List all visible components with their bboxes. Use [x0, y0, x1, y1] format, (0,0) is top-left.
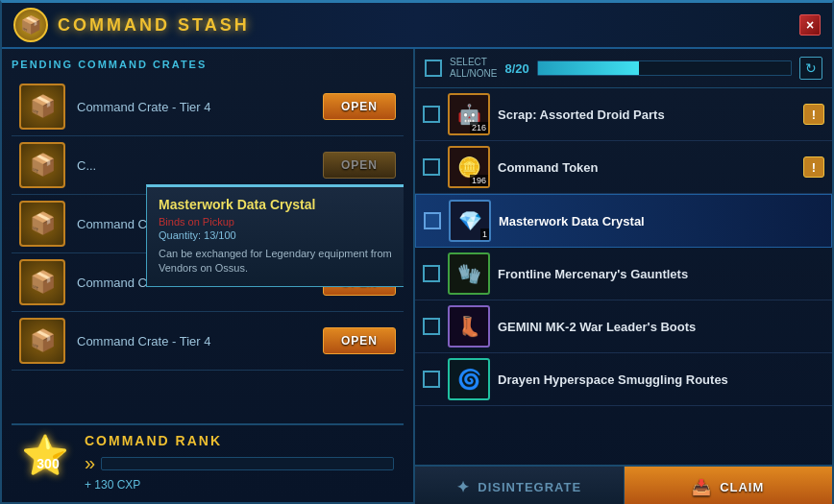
open-button[interactable]: OPEN: [323, 93, 396, 120]
select-all-label: SELECTALL/NONE: [450, 57, 497, 80]
item-name: Command Token: [498, 160, 796, 175]
rank-bar: [101, 457, 394, 470]
window-title: COMMAND STASH: [58, 15, 799, 36]
claim-button[interactable]: 📥 CLAIM: [625, 467, 833, 504]
item-checkbox[interactable]: [423, 318, 440, 335]
list-item[interactable]: 🌀 Drayen Hyperspace Smuggling Routes: [415, 353, 832, 406]
rank-title: COMMAND RANK: [85, 433, 394, 448]
crate-icon: 📦: [19, 142, 65, 188]
item-tooltip: Masterwork Data Crystal Binds on Pickup …: [146, 184, 404, 287]
disintegrate-label: DISINTEGRATE: [478, 480, 581, 494]
claim-icon: 📥: [692, 478, 712, 496]
warning-icon: !: [803, 156, 824, 178]
item-checkbox[interactable]: [423, 158, 440, 176]
crate-item[interactable]: 📦 Command Crate - Tier 4 OPEN: [12, 312, 404, 371]
tooltip-description: Can be exchanged for Legendary equipment…: [159, 247, 404, 276]
command-stash-window: 📦 COMMAND STASH × PENDING COMMAND CRATES…: [0, 0, 834, 504]
main-content: PENDING COMMAND CRATES 📦 Command Crate -…: [2, 49, 832, 504]
title-bar: 📦 COMMAND STASH ×: [2, 3, 832, 49]
list-item[interactable]: 🧤 Frontline Mercenary's Gauntlets: [415, 248, 832, 300]
item-name: Frontline Mercenary's Gauntlets: [498, 267, 824, 281]
item-icon: 👢: [448, 305, 490, 348]
item-icon: 🪙 196: [448, 146, 490, 188]
item-count: 8/20: [504, 61, 528, 76]
crate-item[interactable]: 📦 C... OPEN Masterwork Data Crystal Bind…: [12, 136, 404, 195]
progress-bar: [537, 60, 792, 76]
progress-fill: [538, 61, 639, 75]
item-name: Drayen Hyperspace Smuggling Routes: [498, 372, 824, 387]
warning-icon: !: [803, 104, 824, 125]
rank-arrows-icon: »: [85, 452, 95, 474]
list-item[interactable]: 💎 1 Masterwork Data Crystal: [415, 194, 832, 248]
tooltip-bind: Binds on Pickup: [159, 216, 404, 228]
crates-list: 📦 Command Crate - Tier 4 OPEN 📦 C... OPE…: [12, 78, 404, 423]
item-name: GEMINI MK-2 War Leader's Boots: [498, 320, 824, 334]
item-icon: 🌀: [448, 358, 490, 400]
item-name: Scrap: Assorted Droid Parts: [498, 108, 796, 122]
rank-info: COMMAND RANK » + 130 CXP: [85, 433, 394, 492]
item-count-badge: 196: [470, 175, 488, 186]
crate-item[interactable]: 📦 Command Crate - Tier 4 OPEN: [12, 78, 404, 136]
rank-bar-container: »: [85, 452, 394, 474]
item-checkbox[interactable]: [423, 371, 440, 388]
item-checkbox[interactable]: [423, 265, 440, 282]
crate-label: C...: [77, 158, 323, 173]
item-icon: 💎 1: [449, 200, 491, 242]
crate-label: Command Crate - Tier 4: [77, 334, 323, 348]
right-header: SELECTALL/NONE 8/20 ↻: [415, 49, 832, 88]
window-icon: 📦: [13, 8, 48, 42]
rank-icon: ⭐ 300: [21, 436, 75, 490]
item-count-badge: 1: [480, 228, 489, 240]
list-item[interactable]: 🪙 196 Command Token !: [415, 141, 832, 194]
select-all-checkbox[interactable]: [425, 60, 442, 77]
crate-icon: 📦: [19, 84, 65, 130]
open-button[interactable]: OPEN: [323, 327, 396, 354]
action-bar: ✦ DISINTEGRATE 📥 CLAIM: [415, 465, 832, 504]
tooltip-quantity: Quantity: 13/100: [159, 229, 404, 241]
item-icon: 🤖 216: [448, 93, 490, 135]
right-panel: SELECTALL/NONE 8/20 ↻ 🤖 216 Scrap: Assor…: [415, 49, 832, 504]
item-icon: 🧤: [448, 252, 490, 295]
close-button[interactable]: ×: [799, 14, 821, 36]
rank-cxp: + 130 CXP: [85, 478, 394, 492]
rank-section: ⭐ 300 COMMAND RANK » + 130 CXP: [12, 423, 404, 497]
crate-label: Command Crate - Tier 4: [77, 100, 323, 114]
left-panel: PENDING COMMAND CRATES 📦 Command Crate -…: [2, 49, 415, 504]
tooltip-title: Masterwork Data Crystal: [159, 197, 404, 212]
item-checkbox[interactable]: [424, 212, 441, 229]
disintegrate-button[interactable]: ✦ DISINTEGRATE: [415, 467, 625, 504]
rank-number: 300: [37, 455, 59, 470]
refresh-button[interactable]: ↻: [799, 57, 822, 80]
list-item[interactable]: 👢 GEMINI MK-2 War Leader's Boots: [415, 300, 832, 353]
items-list: 🤖 216 Scrap: Assorted Droid Parts ! 🪙 19…: [415, 88, 832, 465]
item-count-badge: 216: [470, 122, 488, 133]
crate-icon: 📦: [19, 201, 65, 247]
list-item[interactable]: 🤖 216 Scrap: Assorted Droid Parts !: [415, 88, 832, 141]
item-checkbox[interactable]: [423, 106, 440, 123]
claim-label: CLAIM: [720, 480, 764, 494]
open-button-disabled[interactable]: OPEN: [323, 152, 396, 179]
crates-section-header: PENDING COMMAND CRATES: [12, 59, 404, 70]
crate-icon: 📦: [19, 259, 65, 305]
item-name: Masterwork Data Crystal: [499, 214, 823, 228]
crate-icon: 📦: [19, 318, 65, 364]
disintegrate-icon: ✦: [456, 478, 470, 496]
